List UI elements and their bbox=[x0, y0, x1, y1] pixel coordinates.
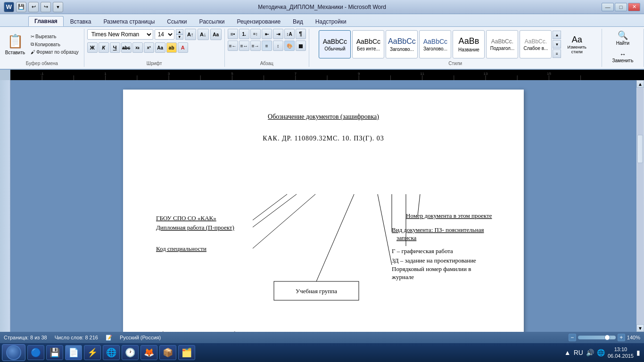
font-content: Times New Roman 14 ▲ ▼ A↑ A↓ Aa Ж К bbox=[87, 29, 222, 60]
style-normal[interactable]: AaBbCc Обычный bbox=[319, 30, 351, 58]
format-painter-btn[interactable]: 🖌 Формат по образцу bbox=[28, 49, 81, 56]
scroll-thumb[interactable] bbox=[637, 135, 643, 163]
zoom-in-btn[interactable]: + bbox=[618, 334, 625, 341]
find-btn[interactable]: 🔍 Найти bbox=[613, 29, 633, 47]
taskbar-save-btn[interactable]: 💾 bbox=[46, 345, 63, 360]
maximize-btn[interactable]: □ bbox=[615, 3, 627, 11]
strikethrough-btn[interactable]: abc bbox=[121, 42, 132, 53]
sort-btn[interactable]: ↕A bbox=[284, 29, 295, 39]
minimize-btn[interactable]: — bbox=[602, 3, 614, 11]
label-left1: ГБОУ СПО СО «КАК» bbox=[156, 214, 216, 222]
time-display[interactable]: 13:10 06.04.2015 bbox=[608, 346, 634, 360]
align-center-btn[interactable]: ≡↔ bbox=[239, 41, 249, 51]
underline-btn[interactable]: Ч bbox=[110, 42, 120, 53]
right-scrollbar[interactable]: ▲ ▼ bbox=[636, 80, 644, 332]
tab-addins[interactable]: Надстройки bbox=[310, 17, 352, 26]
save-quick-btn[interactable]: 💾 bbox=[16, 2, 26, 12]
document-area[interactable]: Обозначение документов (зашифровка) КАК.… bbox=[10, 80, 636, 332]
taskbar-word-btn[interactable]: 📄 bbox=[65, 345, 82, 360]
scroll-down-btn[interactable]: ▼ bbox=[636, 324, 644, 332]
numbering-btn[interactable]: 1. bbox=[239, 29, 249, 39]
styles-section: AaBbCc Обычный AaBbCc Без инте... AaBbCc… bbox=[309, 29, 602, 67]
customize-btn[interactable]: ▼ bbox=[53, 2, 63, 12]
horizontal-ruler: -1 1 3 5 7 9 11 13 15 bbox=[10, 70, 644, 80]
word-count: Число слов: 8 216 bbox=[55, 335, 98, 340]
style-heading2[interactable]: AaBbCc Заголово... bbox=[419, 30, 451, 58]
decrease-indent-btn[interactable]: ⇤ bbox=[262, 29, 272, 39]
shading-btn[interactable]: 🎨 bbox=[284, 41, 295, 51]
tray-network[interactable]: 🌐 bbox=[597, 349, 605, 356]
spell-check-icon[interactable]: 📝 bbox=[106, 335, 112, 341]
tab-view[interactable]: Вид bbox=[287, 17, 309, 26]
style-subtitle[interactable]: AaBbCc. Подзагол... bbox=[486, 30, 518, 58]
clear-format-btn[interactable]: Aa bbox=[210, 29, 222, 40]
highlight-btn[interactable]: ab bbox=[166, 42, 177, 53]
italic-btn[interactable]: К bbox=[99, 42, 109, 53]
window-title: Методичка_ДИПЛОМ_Механики - Microsoft Wo… bbox=[258, 4, 386, 10]
language[interactable]: Русский (Россия) bbox=[120, 335, 161, 340]
styles-down-btn[interactable]: ▼ bbox=[553, 40, 561, 49]
zoom-thumb[interactable] bbox=[604, 335, 610, 340]
paste-btn[interactable]: 📋 Вставить bbox=[3, 30, 27, 59]
font-color-btn[interactable]: А bbox=[178, 42, 188, 53]
zoom-slider[interactable] bbox=[578, 336, 616, 339]
show-desktop-btn[interactable]: ▮ bbox=[636, 349, 640, 356]
styles-more-btn[interactable]: ≡ bbox=[553, 49, 561, 58]
taskbar-package-btn[interactable]: 📦 bbox=[159, 345, 176, 360]
bullets-btn[interactable]: ≡• bbox=[228, 29, 238, 39]
shrink-font-btn[interactable]: A↓ bbox=[198, 29, 209, 40]
increase-indent-btn[interactable]: ⇥ bbox=[273, 29, 283, 39]
taskbar-chrome-btn[interactable]: 🔵 bbox=[27, 345, 44, 360]
styles-up-btn[interactable]: ▲ bbox=[553, 31, 561, 39]
close-btn[interactable]: ✕ bbox=[628, 3, 640, 11]
change-styles-btn[interactable]: Аа Изменить стили bbox=[564, 33, 590, 56]
tab-review[interactable]: Рецензирование bbox=[231, 17, 286, 26]
zoom-out-btn[interactable]: − bbox=[569, 334, 576, 341]
font-size-down-btn[interactable]: ▼ bbox=[176, 34, 183, 40]
bold-btn[interactable]: Ж bbox=[87, 42, 98, 53]
superscript-btn[interactable]: x² bbox=[144, 42, 154, 53]
tray-up-btn[interactable]: ▲ bbox=[564, 349, 571, 356]
style-title[interactable]: АаВв Название bbox=[453, 30, 485, 58]
tab-layout[interactable]: Разметка страницы bbox=[98, 17, 160, 26]
style-subtle-em[interactable]: AaBbCc. Слабое в... bbox=[520, 30, 552, 58]
taskbar-clock-btn[interactable]: 🕐 bbox=[122, 345, 139, 360]
undo-btn[interactable]: ↩ bbox=[28, 2, 39, 12]
justify-btn[interactable]: ≡ bbox=[262, 41, 272, 51]
cut-btn[interactable]: ✂ Вырезать bbox=[28, 33, 81, 40]
style-heading1[interactable]: AaBbCc Заголово... bbox=[386, 30, 418, 58]
show-marks-btn[interactable]: ¶ bbox=[296, 29, 306, 39]
tab-mailings[interactable]: Рассылки bbox=[194, 17, 231, 26]
tab-home[interactable]: Главная bbox=[28, 16, 64, 26]
zoom-level[interactable]: 140% bbox=[627, 335, 640, 340]
start-button[interactable] bbox=[2, 344, 25, 361]
current-date: 06.04.2015 bbox=[608, 353, 634, 359]
tab-references[interactable]: Ссылки bbox=[161, 17, 192, 26]
subscript-btn[interactable]: x₂ bbox=[132, 42, 143, 53]
scroll-track[interactable] bbox=[637, 88, 644, 324]
scroll-up-btn[interactable]: ▲ bbox=[636, 80, 644, 88]
replace-btn[interactable]: ↔ Заменить bbox=[609, 49, 636, 65]
taskbar-winrar-btn[interactable]: ⚡ bbox=[84, 345, 101, 360]
text-effects-btn[interactable]: Аа bbox=[155, 42, 165, 53]
font-size-up-btn[interactable]: ▲ bbox=[176, 29, 183, 34]
redo-btn[interactable]: ↪ bbox=[41, 2, 51, 12]
align-left-btn[interactable]: ≡← bbox=[228, 41, 238, 51]
style-no-spacing[interactable]: AaBbCc Без инте... bbox=[352, 30, 384, 58]
align-right-btn[interactable]: ≡→ bbox=[250, 41, 261, 51]
borders-btn[interactable]: ▦ bbox=[296, 41, 306, 51]
tray-volume[interactable]: 🔊 bbox=[586, 349, 594, 356]
font-name-select[interactable]: Times New Roman bbox=[87, 29, 153, 40]
copy-btn[interactable]: ⧉ Копировать bbox=[28, 41, 81, 48]
taskbar-firefox-btn[interactable]: 🦊 bbox=[140, 345, 157, 360]
tab-insert[interactable]: Вставка bbox=[65, 17, 97, 26]
grow-font-btn[interactable]: A↑ bbox=[185, 29, 196, 40]
style-name: Заголово... bbox=[390, 47, 414, 52]
taskbar-files-btn[interactable]: 🗂️ bbox=[178, 345, 195, 360]
line-spacing-btn[interactable]: ↕ bbox=[273, 41, 283, 51]
taskbar-globe-btn[interactable]: 🌐 bbox=[103, 345, 120, 360]
font-size-select[interactable]: 14 bbox=[155, 29, 174, 40]
ribbon-content: 📋 Вставить ✂ Вырезать ⧉ Копировать 🖌 Фор… bbox=[0, 26, 644, 69]
multilevel-btn[interactable]: ≡↕ bbox=[250, 29, 261, 39]
tray-lang[interactable]: RU bbox=[574, 349, 583, 356]
